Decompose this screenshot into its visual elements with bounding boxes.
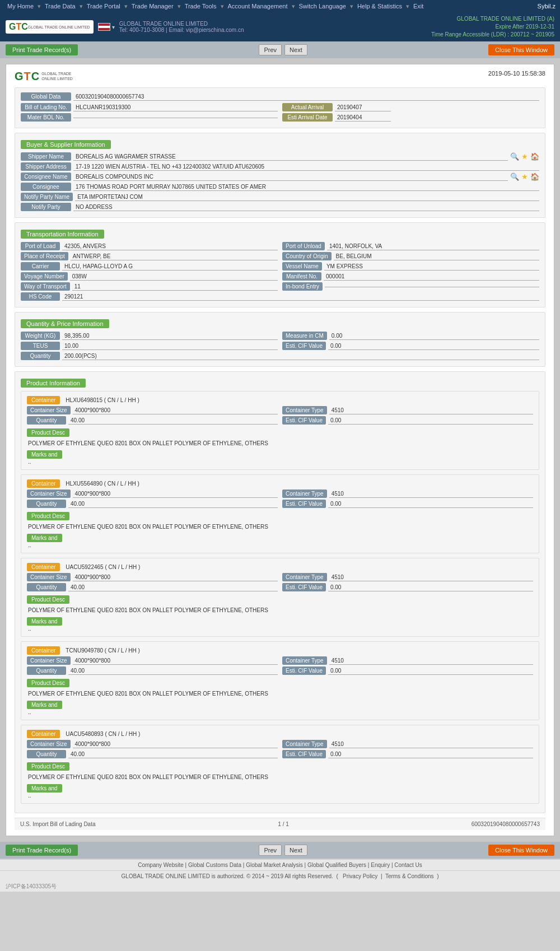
product-desc-label-1: Product Desc	[27, 428, 69, 437]
shipper-star-icon[interactable]: ★	[521, 152, 528, 161]
container-5-size: 4000*900*800	[73, 740, 278, 748]
container-2-qty-cif: Quantity 40.00 Esti. CIF Value 0.00	[27, 500, 533, 508]
esti-cif-pair: Esti. CIF Value 0.00	[282, 342, 539, 350]
global-market-link[interactable]: Global Market Analysis	[246, 862, 303, 868]
container-2-size-type: Container Size 4000*900*800 Container Ty…	[27, 490, 533, 498]
nav-exit[interactable]: Exit	[410, 2, 426, 11]
shipper-name-label: Shipper Name	[21, 152, 71, 161]
buyer-supplier-header: Buyer & Supplier Information	[21, 140, 111, 149]
container-3-qty-cif: Quantity 40.00 Esti. CIF Value 0.00	[27, 583, 533, 591]
container-4-size-pair: Container Size 4000*900*800	[27, 656, 278, 665]
enquiry-link[interactable]: Enquiry	[371, 862, 390, 868]
container-4-qty: 40.00	[68, 667, 278, 675]
nav-items: My Home ▾ Trade Data ▾ Trade Portal ▾ Tr…	[4, 2, 426, 11]
container-5-cif: 0.00	[328, 750, 533, 758]
nav-account-management[interactable]: Account Management	[225, 2, 291, 11]
container-size-label-3: Container Size	[27, 573, 71, 581]
container-1-label: Container	[27, 396, 60, 404]
vessel-value: YM EXPRESS	[324, 263, 539, 271]
container-type-label-2: Container Type	[282, 490, 327, 498]
consignee-star-icon[interactable]: ★	[521, 173, 528, 181]
container-5-marks: ..	[27, 792, 533, 799]
vessel-label: Vessel Name	[282, 262, 322, 271]
print-button-top[interactable]: Print Trade Record(s)	[6, 44, 78, 55]
bol-pair: Bill of Lading No. HLCUANR190319300	[21, 103, 278, 111]
close-button-bottom[interactable]: Close This Window	[488, 845, 554, 856]
shipper-search-icon[interactable]: 🔍	[510, 152, 519, 161]
shipper-address-value: 17-19 1220 WIEN AUSTRIA - TEL NO +43 122…	[73, 163, 539, 171]
coo-label: Country of Origin	[282, 252, 332, 260]
header-left: G T C GLOBAL TRADE ONLINE LIMITED ▾ GLOB…	[6, 20, 244, 34]
container-1-product-desc: POLYMER OF ETHYLENE QUEO 8201 BOX ON PAL…	[27, 440, 533, 446]
prev-button-bottom[interactable]: Prev	[259, 845, 282, 856]
bottom-links: Company Website | Global Customs Data | …	[0, 859, 560, 870]
quantity-row: Quantity 200.00(PCS)	[21, 352, 539, 360]
container-5-qty-pair: Quantity 40.00	[27, 750, 278, 758]
global-buyers-link[interactable]: Global Qualified Buyers	[307, 862, 366, 868]
container-5-qty-cif: Quantity 40.00 Esti. CIF Value 0.00	[27, 750, 533, 758]
container-cif-label-3: Esti. CIF Value	[282, 583, 326, 591]
carrier-value: HLCU, HAPAG-LLOYD A G	[62, 263, 278, 271]
esti-cif-value: 0.00	[328, 342, 539, 350]
container-5-cif-pair: Esti. CIF Value 0.00	[282, 750, 533, 758]
nav-trade-tools[interactable]: Trade Tools	[182, 2, 220, 11]
privacy-policy-link[interactable]: Privacy Policy	[343, 873, 377, 879]
container-type-label-4: Container Type	[282, 656, 327, 665]
nav-trade-portal[interactable]: Trade Portal	[84, 2, 123, 11]
notify-party-label: Notify Party	[21, 203, 71, 211]
bol-value: HLCUANR190319300	[73, 104, 278, 111]
container-1-qty-cif: Quantity 40.00 Esti. CIF Value 0.00	[27, 416, 533, 425]
shipper-address-label: Shipper Address	[21, 162, 71, 171]
buyer-supplier-section: Buyer & Supplier Information Shipper Nam…	[15, 133, 545, 218]
container-5-id: UACU5480893 ( CN / L / HH )	[66, 731, 140, 737]
voyage-label: Voyage Number	[21, 272, 68, 281]
container-3-cif: 0.00	[328, 584, 533, 591]
container-4-cif: 0.00	[328, 667, 533, 675]
weight-label: Weight (KG)	[21, 332, 60, 340]
consignee-search-icon[interactable]: 🔍	[510, 173, 519, 181]
main-content: G T C GLOBAL TRADEONLINE LIMITED 2019-05…	[0, 58, 560, 842]
company-website-link[interactable]: Company Website	[138, 862, 184, 868]
nav-trade-manager[interactable]: Trade Manager	[129, 2, 176, 11]
consignee-actions: 🔍 ★ 🏠	[510, 173, 539, 181]
container-2-cif: 0.00	[328, 500, 533, 508]
inbond-value	[325, 286, 539, 287]
nav-my-home[interactable]: My Home	[4, 2, 36, 11]
container-1-cif-pair: Esti. CIF Value 0.00	[282, 416, 533, 425]
container-4-size: 4000*900*800	[73, 657, 278, 665]
contact-link[interactable]: Contact Us	[394, 862, 422, 868]
print-button-bottom[interactable]: Print Trade Record(s)	[6, 845, 78, 856]
header-contact: GLOBAL TRADE ONLINE LIMITED Tel: 400-710…	[119, 21, 244, 33]
weight-measure-row: Weight (KG) 98,395.00 Measure in CM 0.00	[21, 332, 539, 340]
consignee-home-icon[interactable]: 🏠	[530, 173, 539, 181]
container-1-id: HLXU6498015 ( CN / L / HH )	[66, 397, 139, 403]
container-4-marks: ..	[27, 709, 533, 715]
global-customs-link[interactable]: Global Customs Data	[188, 862, 241, 868]
terms-link[interactable]: Terms & Conditions	[385, 873, 434, 879]
nav-user: Sybil.z	[538, 3, 556, 10]
way-pair: Way of Transport 11	[21, 282, 278, 291]
nav-switch-language[interactable]: Switch Language	[296, 2, 349, 11]
container-size-label-4: Container Size	[27, 656, 71, 665]
quantity-label: Quantity	[21, 352, 60, 360]
pou-value: 1401, NORFOLK, VA	[327, 243, 539, 250]
flag-selector[interactable]: ▾	[98, 23, 115, 31]
product-desc-label-5: Product Desc	[27, 762, 69, 771]
prev-button-top[interactable]: Prev	[259, 44, 282, 55]
consignee-row: Consignee 176 THOMAS ROAD PORT MURRAY NJ…	[21, 183, 539, 191]
container-2-qty: 40.00	[68, 500, 278, 508]
nav-help-statistics[interactable]: Help & Statistics	[354, 2, 405, 11]
container-3: Container UACU5922465 ( CN / L / HH ) Co…	[21, 558, 539, 637]
way-value: 11	[72, 283, 278, 291]
container-1-size: 4000*900*800	[73, 407, 278, 414]
close-button-top[interactable]: Close This Window	[488, 44, 554, 55]
container-size-label-2: Container Size	[27, 490, 71, 498]
next-button-top[interactable]: Next	[284, 44, 307, 55]
next-button-bottom[interactable]: Next	[284, 845, 307, 856]
product-info-header: Product Information	[21, 379, 86, 388]
container-2: Container HLXU5564890 ( CN / L / HH ) Co…	[21, 474, 539, 553]
nav-trade-data[interactable]: Trade Data	[42, 2, 78, 11]
shipper-home-icon[interactable]: 🏠	[530, 152, 539, 161]
container-3-id-row: Container UACU5922465 ( CN / L / HH )	[27, 563, 533, 571]
mater-bol-row: Mater BOL No. Esti Arrival Date 20190404	[21, 113, 539, 122]
